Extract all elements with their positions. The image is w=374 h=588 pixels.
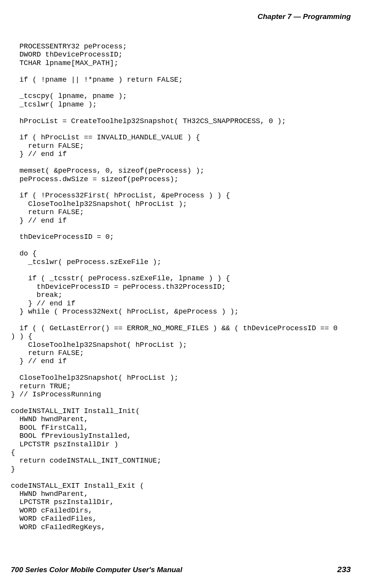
page-header: Chapter 7 — Programming (257, 12, 351, 21)
page-number: 233 (337, 565, 351, 574)
manual-title: 700 Series Color Mobile Computer User's … (11, 566, 182, 574)
code-listing: PROCESSENTRY32 peProcess; DWORD thDevice… (11, 43, 351, 531)
chapter-label: Chapter 7 — Programming (257, 12, 351, 21)
page-footer: 700 Series Color Mobile Computer User's … (11, 565, 351, 574)
